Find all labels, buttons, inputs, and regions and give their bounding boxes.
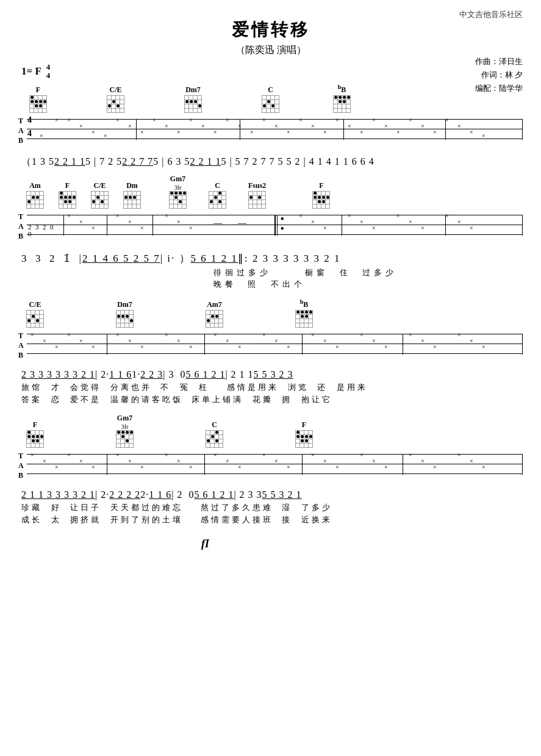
key-text: 1= F <box>21 65 41 77</box>
score: 1= F 44 F C/E <box>18 63 523 550</box>
bottom-annotation: fI <box>201 538 523 550</box>
chord-C2: C <box>209 181 226 209</box>
chord-row-4: F Gm7 3fr C F <box>21 414 523 448</box>
chord-Dm: Dm <box>123 181 141 209</box>
key-signature: 1= F 44 <box>21 63 523 81</box>
tab-staff-2: T A B 2 0 3 2 0 × × × × × × × × <box>18 210 523 247</box>
section3: C/E Dm7 Am7 bB T A <box>18 298 523 365</box>
chord-bB: bB <box>333 84 351 113</box>
chord-CE2: C/E <box>91 181 109 209</box>
chord-row-2: Am F C/E Dm Gm7 3fr <box>21 175 523 209</box>
lyrics-2b: 晚餐 照 不出个 <box>21 279 523 290</box>
notation-line-3: 2 3 3 3 3 3 3 2 1 | 2· 1 1 6 1· 2 2 3 | … <box>21 369 523 380</box>
chord-Gm7-2: Gm7 3fr <box>116 414 134 448</box>
chord-F4: F <box>26 420 44 448</box>
chord-Am7: Am7 <box>206 300 223 328</box>
tab-staff-1: T A B 4 4 × × × × × × × × × × × <box>18 114 523 151</box>
chord-C3: C <box>206 420 223 448</box>
chord-F3: F <box>312 181 330 209</box>
chord-C: C <box>262 85 279 113</box>
chord-F: F <box>29 85 47 113</box>
lyrics-4a: 珍藏 好 让日子 天天都过的难忘 熬过了多久患难 湿 了多少 <box>21 502 523 513</box>
chord-row-3: C/E Dm7 Am7 bB <box>21 298 523 328</box>
notation-section-2: 3 3 2 1̇ | 2 1 4 6 5 2 5 7 | i· ） 5 6 1 … <box>21 251 523 290</box>
header: 爱情转移 （陈奕迅 演唱） <box>18 12 523 57</box>
chord-row-1: F C/E Dm7 C <box>24 84 523 113</box>
section1-chords: F C/E Dm7 C <box>18 84 523 151</box>
main-title: 爱情转移 <box>18 18 523 41</box>
tab-staff-3: T A B × × × × × × × × × × × × × × × <box>18 329 523 365</box>
chord-Fsus2: Fsus2 <box>248 181 266 209</box>
sub-title: （陈奕迅 演唱） <box>18 44 523 57</box>
tab-staff-4: T A B × × × × × × × × × × × × × × × <box>18 449 523 486</box>
chord-CE3: C/E <box>26 300 44 328</box>
lyrics-3a: 旅馆 才 会觉得 分离也并 不 冤 枉 感情是用来 浏览 还 是用来 <box>21 382 523 393</box>
chord-Dm7: Dm7 <box>184 85 202 113</box>
notation-line-4: 2 1 1 3 3 3 3 2 1 | 2· 2 2 2 2 2· 1 1 6 … <box>21 489 523 500</box>
chord-Dm7-2: Dm7 <box>116 300 134 328</box>
chord-F5: F <box>295 420 313 448</box>
chord-CE: C/E <box>107 85 124 113</box>
notation-section-4: 2 1 1 3 3 3 3 2 1 | 2· 2 2 2 2 2· 1 1 6 … <box>21 489 523 525</box>
chord-Am: Am <box>26 181 44 209</box>
notation-line-1: （1 3 5 2 2 1 1 5 | 7 2 5 2 2 7 7 5 | 6 3… <box>21 156 523 168</box>
notation-line-2: 3 3 2 1̇ | 2 1 4 6 5 2 5 7 | i· ） 5 6 1 … <box>21 251 523 265</box>
section4: F Gm7 3fr C F T <box>18 414 523 486</box>
notation-section-3: 2 3 3 3 3 3 3 2 1 | 2· 1 1 6 1· 2 2 3 | … <box>21 369 523 405</box>
section2: Am F C/E Dm Gm7 3fr <box>18 175 523 247</box>
site-label: 中文吉他音乐社区 <box>459 9 523 20</box>
time-sig: 44 <box>46 63 51 81</box>
lyrics-2a: 徘徊过多少 橱窗 住 过多少 <box>21 267 523 278</box>
lyrics-3b: 答案 恋 爱不是 温馨的请客吃饭 床单上铺满 花瓣 拥 抱让它 <box>21 394 523 405</box>
lyrics-4b: 成长 太 拥挤就 开到了别的土壤 感情需要人接班 接 近换来 <box>21 514 523 525</box>
chord-F2: F <box>59 181 76 209</box>
chord-Gm7: Gm7 3fr <box>169 175 187 209</box>
chord-bB2: bB <box>295 298 313 328</box>
page: 中文吉他音乐社区 爱情转移 （陈奕迅 演唱） 作曲：泽日生 作词：林 夕 编配：… <box>0 0 541 756</box>
